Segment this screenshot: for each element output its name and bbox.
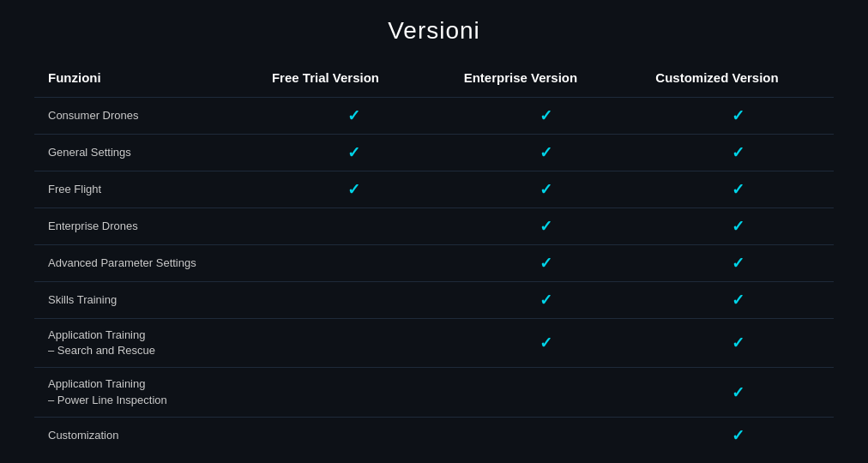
feature-cell: Skills Training bbox=[34, 282, 258, 319]
check-icon bbox=[732, 336, 744, 351]
free_trial-cell bbox=[258, 319, 450, 368]
customized-cell bbox=[642, 282, 834, 319]
customized-cell bbox=[642, 171, 834, 208]
table-row: Advanced Parameter Settings bbox=[34, 245, 834, 282]
free_trial-cell bbox=[258, 171, 450, 208]
check-icon bbox=[732, 429, 744, 443]
check-icon bbox=[539, 256, 552, 271]
free_trial-cell bbox=[258, 135, 450, 171]
feature-cell: Consumer Drones bbox=[34, 98, 258, 135]
table-row: Free Flight bbox=[34, 171, 834, 208]
check-icon bbox=[732, 146, 744, 160]
check-icon bbox=[732, 293, 744, 308]
enterprise-cell bbox=[450, 368, 642, 417]
enterprise-cell bbox=[450, 245, 642, 282]
check-icon bbox=[539, 109, 552, 123]
table-row: Application Training– Power Line Inspect… bbox=[34, 368, 834, 417]
enterprise-cell bbox=[450, 319, 642, 368]
header-free-trial: Free Trial Version bbox=[258, 70, 450, 98]
check-icon bbox=[732, 183, 744, 197]
enterprise-cell bbox=[450, 135, 642, 171]
check-icon bbox=[539, 336, 552, 351]
table-row: Enterprise Drones bbox=[34, 208, 834, 245]
free_trial-cell bbox=[258, 417, 450, 454]
check-icon bbox=[732, 256, 744, 271]
check-icon bbox=[732, 219, 744, 234]
feature-cell: Application Training– Power Line Inspect… bbox=[34, 368, 258, 417]
feature-cell: General Settings bbox=[34, 135, 258, 171]
customized-cell bbox=[642, 98, 834, 135]
table-row: Skills Training bbox=[34, 282, 834, 319]
check-icon bbox=[347, 146, 360, 160]
customized-cell bbox=[642, 319, 834, 368]
check-icon bbox=[347, 183, 360, 197]
check-icon bbox=[539, 183, 552, 197]
customized-cell bbox=[642, 417, 834, 454]
enterprise-cell bbox=[450, 98, 642, 135]
header-customized: Customized Version bbox=[642, 70, 834, 98]
check-icon bbox=[539, 146, 552, 160]
free_trial-cell bbox=[258, 282, 450, 319]
check-icon bbox=[732, 386, 744, 400]
check-icon bbox=[539, 219, 552, 234]
page-container: Versioni Funzioni Free Trial Version Ent… bbox=[0, 0, 868, 463]
feature-cell: Application Training– Search and Rescue bbox=[34, 319, 258, 368]
check-icon bbox=[732, 109, 744, 123]
enterprise-cell bbox=[450, 417, 642, 454]
customized-cell bbox=[642, 368, 834, 417]
free_trial-cell bbox=[258, 208, 450, 245]
customized-cell bbox=[642, 245, 834, 282]
free_trial-cell bbox=[258, 98, 450, 135]
check-icon bbox=[539, 293, 552, 308]
comparison-table: Funzioni Free Trial Version Enterprise V… bbox=[34, 70, 834, 454]
feature-cell: Free Flight bbox=[34, 171, 258, 208]
header-feature: Funzioni bbox=[34, 70, 258, 98]
table-row: Customization bbox=[34, 417, 834, 454]
free_trial-cell bbox=[258, 245, 450, 282]
feature-cell: Customization bbox=[34, 417, 258, 454]
table-row: Application Training– Search and Rescue bbox=[34, 319, 834, 368]
customized-cell bbox=[642, 135, 834, 171]
check-icon bbox=[347, 109, 360, 123]
header-enterprise: Enterprise Version bbox=[450, 70, 642, 98]
free_trial-cell bbox=[258, 368, 450, 417]
enterprise-cell bbox=[450, 171, 642, 208]
table-row: Consumer Drones bbox=[34, 98, 834, 135]
table-row: General Settings bbox=[34, 135, 834, 171]
enterprise-cell bbox=[450, 282, 642, 319]
feature-cell: Advanced Parameter Settings bbox=[34, 245, 258, 282]
feature-cell: Enterprise Drones bbox=[34, 208, 258, 245]
customized-cell bbox=[642, 208, 834, 245]
page-title: Versioni bbox=[34, 17, 834, 45]
enterprise-cell bbox=[450, 208, 642, 245]
